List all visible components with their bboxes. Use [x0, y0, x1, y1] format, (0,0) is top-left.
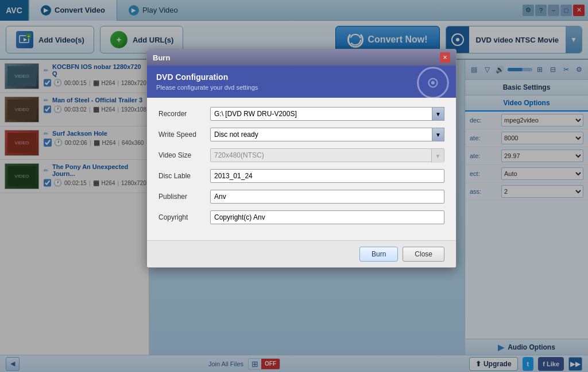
disc-label-label: Disc Lable — [158, 172, 210, 180]
copyright-label: Copyright — [158, 213, 210, 221]
video-size-arrow: ▼ — [431, 149, 444, 163]
close-dialog-button[interactable]: Close — [403, 247, 444, 262]
dialog-footer: Burn Close — [147, 240, 456, 267]
write-speed-select[interactable]: Disc not ready — [210, 128, 444, 141]
burn-dialog: Burn × DVD Configuration Please configur… — [146, 49, 457, 268]
dialog-close-button[interactable]: × — [440, 52, 450, 63]
dvd-header-icon — [416, 66, 450, 98]
dialog-titlebar: Burn × — [147, 49, 456, 66]
video-size-value: 720x480(NTSC) — [214, 151, 264, 159]
dialog-row-publisher: Publisher — [158, 190, 444, 204]
burn-button[interactable]: Burn — [359, 247, 398, 262]
dialog-body: Recorder G:\ [DVD RW DRU-V200S] ▼ Write … — [147, 98, 456, 240]
dialog-row-recorder: Recorder G:\ [DVD RW DRU-V200S] ▼ — [158, 107, 444, 121]
write-speed-label: Write Speed — [158, 131, 210, 139]
copyright-input[interactable] — [210, 210, 444, 224]
dialog-row-copyright: Copyright — [158, 210, 444, 224]
recorder-select-wrap: G:\ [DVD RW DRU-V200S] ▼ — [210, 107, 444, 121]
svg-point-26 — [431, 81, 435, 85]
dialog-row-write-speed: Write Speed Disc not ready ▼ — [158, 128, 444, 141]
publisher-label: Publisher — [158, 193, 210, 201]
recorder-label: Recorder — [158, 110, 210, 118]
dialog-header-text: DVD Configuration Please configurate you… — [156, 72, 258, 91]
disc-label-input[interactable] — [210, 169, 444, 183]
dialog-header-title: DVD Configuration — [156, 72, 258, 82]
write-speed-select-wrap: Disc not ready ▼ — [210, 128, 444, 141]
video-size-disabled: 720x480(NTSC) ▼ — [210, 148, 444, 162]
publisher-input[interactable] — [210, 190, 444, 204]
dialog-title: Burn — [153, 53, 170, 62]
dialog-header-subtitle: Please configurate your dvd settings — [156, 84, 258, 91]
video-size-label: Video Size — [158, 151, 210, 159]
dialog-header: DVD Configuration Please configurate you… — [147, 66, 456, 98]
recorder-select[interactable]: G:\ [DVD RW DRU-V200S] — [210, 107, 444, 121]
dialog-row-disc-label: Disc Lable — [158, 169, 444, 183]
dialog-row-video-size: Video Size 720x480(NTSC) ▼ — [158, 148, 444, 162]
